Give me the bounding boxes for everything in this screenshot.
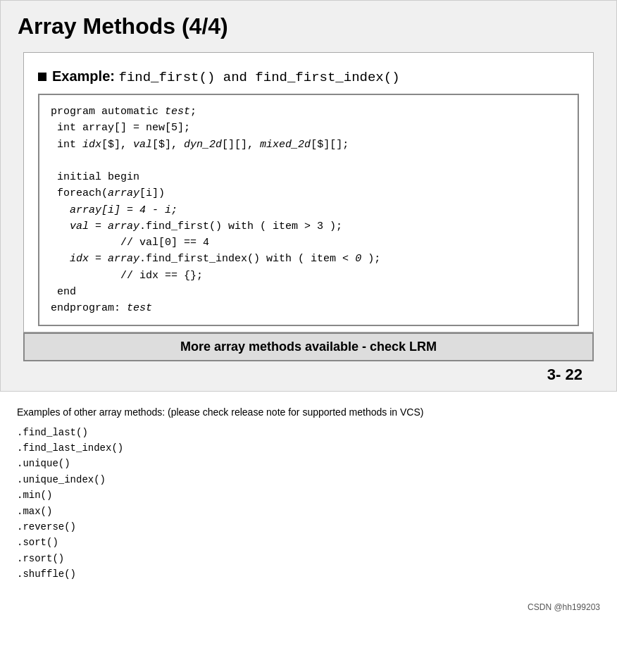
code-line-11: end — [51, 284, 566, 300]
notes-method-1: .find_last() — [17, 425, 600, 440]
slide-number: 3- 22 — [18, 361, 599, 391]
page-wrapper: Array Methods (4/4) Example: find_first(… — [0, 0, 617, 672]
code-line-9: idx = array.find_first_index() with ( it… — [51, 251, 566, 267]
code-line-10: // idx == {}; — [51, 268, 566, 284]
code-line-3: int idx[$], val[$], dyn_2d[][], mixed_2d… — [51, 137, 566, 153]
code-line-4: initial begin — [51, 169, 566, 185]
bullet-line: Example: find_first() and find_first_ind… — [38, 68, 579, 85]
slide-title: Array Methods (4/4) — [18, 13, 599, 39]
slide-area: Array Methods (4/4) Example: find_first(… — [0, 0, 617, 392]
note-box: More array methods available - check LRM — [23, 332, 594, 361]
and-text: and — [223, 70, 256, 85]
code-line-5: foreach(array[i]) — [51, 185, 566, 201]
notes-method-4: .unique_index() — [17, 472, 600, 487]
bullet-section: Example: find_first() and find_first_ind… — [23, 52, 594, 332]
code-line-1: program automatic test; — [51, 104, 566, 120]
note-text: More array methods available - check LRM — [180, 340, 437, 354]
notes-area: Examples of other array methods: (please… — [0, 392, 617, 595]
notes-method-8: .sort() — [17, 535, 600, 550]
notes-method-3: .unique() — [17, 456, 600, 471]
bullet-prefix: Example: — [52, 68, 115, 84]
bullet-methods: find_first() and find_first_index() — [119, 70, 400, 85]
notes-method-10: .shuffle() — [17, 566, 600, 582]
code-box: program automatic test; int array[] = ne… — [38, 94, 579, 326]
notes-method-6: .max() — [17, 504, 600, 519]
find-first-method: find_first() — [119, 70, 216, 85]
code-line-6: array[i] = 4 - i; — [51, 202, 566, 218]
bullet-icon — [38, 73, 46, 81]
code-line-blank1 — [51, 153, 566, 169]
notes-method-7: .reverse() — [17, 519, 600, 535]
notes-intro: Examples of other array methods: (please… — [17, 404, 600, 420]
watermark: CSDN @hh199203 — [0, 602, 617, 612]
notes-method-5: .min() — [17, 487, 600, 503]
code-line-2: int array[] = new[5]; — [51, 120, 566, 136]
notes-method-2: .find_last_index() — [17, 440, 600, 456]
notes-methods-list: .find_last() .find_last_index() .unique(… — [17, 425, 600, 583]
find-first-index-method: find_first_index() — [255, 70, 399, 85]
notes-method-9: .rsort() — [17, 551, 600, 566]
code-line-12: endprogram: test — [51, 300, 566, 316]
code-line-7: val = array.find_first() with ( item > 3… — [51, 218, 566, 235]
code-line-8: // val[0] == 4 — [51, 235, 566, 251]
bullet-text: Example: find_first() and find_first_ind… — [52, 68, 400, 85]
